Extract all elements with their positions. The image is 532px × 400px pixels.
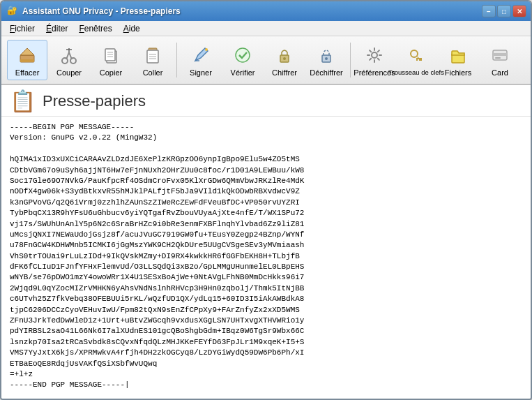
toolbar-card-label: Card <box>492 68 508 77</box>
window-title: Assistant GNU Privacy - Presse-papiers <box>22 6 181 16</box>
svg-line-5 <box>66 52 69 59</box>
svg-rect-31 <box>495 57 501 59</box>
svg-line-6 <box>69 52 72 59</box>
svg-rect-30 <box>493 53 507 56</box>
content-title: Presse-papiers <box>43 92 146 110</box>
toolbar-fichiers[interactable]: Fichiers <box>438 40 478 80</box>
toolbar-trousseau[interactable]: Trousseau de clefs <box>396 40 436 80</box>
content-header: 📋 Presse-papiers <box>1 85 531 117</box>
svg-point-21 <box>236 48 250 62</box>
toolbar-couper[interactable]: Couper <box>49 40 89 80</box>
separator-2 <box>350 43 351 77</box>
cut-icon <box>58 44 80 66</box>
menu-aide-label: Aide <box>123 24 140 34</box>
title-buttons: − □ ✕ <box>482 5 526 17</box>
menu-fenetres-label: Fenêtres <box>79 24 112 34</box>
svg-point-27 <box>411 50 418 57</box>
toolbar-chiffrer-label: Chiffrer <box>272 68 297 77</box>
preferences-icon <box>363 44 386 66</box>
menu-bar: Fichier Éditer Fenêtres Aide <box>1 21 531 36</box>
svg-rect-2 <box>20 59 34 62</box>
toolbar-copier-label: Copier <box>100 68 122 77</box>
eraser-icon <box>16 44 38 66</box>
toolbar-effacer[interactable]: Effacer <box>7 40 47 80</box>
files-icon <box>447 44 469 66</box>
minimize-button[interactable]: − <box>482 5 496 17</box>
separator-1 <box>176 43 177 77</box>
copy-icon <box>100 44 122 66</box>
app-icon: 🔐 <box>7 6 18 17</box>
encrypt-icon <box>273 44 296 66</box>
menu-editer[interactable]: Éditer <box>40 22 73 35</box>
toolbar-coller-label: Coller <box>143 68 163 77</box>
svg-point-26 <box>372 52 377 58</box>
toolbar-dechiffrer-label: Déchiffrer <box>310 68 342 77</box>
menu-fichier[interactable]: Fichier <box>4 22 40 35</box>
title-bar: 🔐 Assistant GNU Privacy - Presse-papiers… <box>1 1 531 21</box>
keyring-icon <box>405 44 427 66</box>
maximize-button[interactable]: □ <box>497 5 511 17</box>
toolbar-card[interactable]: Card <box>480 40 520 80</box>
toolbar-verifier-label: Vérifier <box>231 68 255 77</box>
menu-aide[interactable]: Aide <box>118 22 146 35</box>
toolbar-couper-label: Couper <box>56 68 82 77</box>
title-bar-left: 🔐 Assistant GNU Privacy - Presse-papiers <box>7 6 181 17</box>
menu-fenetres[interactable]: Fenêtres <box>73 22 117 35</box>
svg-point-20 <box>205 48 208 51</box>
close-button[interactable]: ✕ <box>512 5 526 17</box>
toolbar-copier[interactable]: Copier <box>91 40 131 80</box>
menu-fichier-label: Fichier <box>10 24 35 34</box>
svg-point-23 <box>283 57 286 60</box>
decrypt-icon <box>315 44 337 66</box>
paste-icon <box>142 44 164 66</box>
svg-marker-1 <box>20 48 34 55</box>
verify-icon <box>231 44 254 66</box>
toolbar-signer[interactable]: Signer <box>181 40 221 80</box>
toolbar-coller[interactable]: Coller <box>132 40 173 80</box>
toolbar-chiffrer[interactable]: Chiffrer <box>264 40 305 80</box>
toolbar-trousseau-label: Trousseau de clefs <box>388 68 444 76</box>
menu-editer-label: Éditer <box>46 24 68 34</box>
toolbar: Effacer Couper <box>1 36 531 85</box>
text-area-container[interactable]: -----BEGIN PGP MESSAGE----- Version: Gnu… <box>1 117 531 399</box>
card-icon <box>489 44 511 66</box>
sign-icon <box>190 44 212 66</box>
svg-point-25 <box>325 57 328 60</box>
toolbar-effacer-label: Effacer <box>15 68 40 77</box>
pgp-content[interactable]: -----BEGIN PGP MESSAGE----- Version: Gnu… <box>10 122 522 393</box>
toolbar-fichiers-label: Fichiers <box>445 68 472 77</box>
toolbar-verifier[interactable]: Vérifier <box>222 40 263 80</box>
content-area: 📋 Presse-papiers -----BEGIN PGP MESSAGE-… <box>1 85 531 399</box>
toolbar-signer-label: Signer <box>190 68 212 77</box>
main-window: 🔐 Assistant GNU Privacy - Presse-papiers… <box>0 0 532 400</box>
clipboard-header-icon: 📋 <box>10 91 36 112</box>
toolbar-dechiffrer[interactable]: Déchiffrer <box>306 40 347 80</box>
